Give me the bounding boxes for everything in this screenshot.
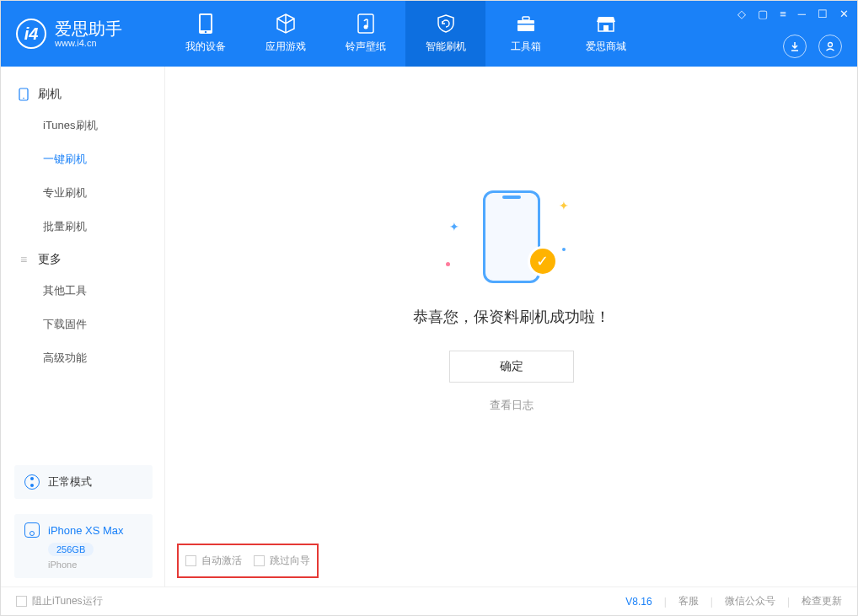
header: i4 爱思助手 www.i4.cn 我的设备 应用游戏 铃声壁纸 智能刷机 工具… [1,1,857,67]
feedback-icon[interactable]: ▢ [758,8,768,20]
menu-icon[interactable]: ≡ [780,8,786,20]
music-file-icon [355,13,377,34]
logo[interactable]: i4 爱思助手 www.i4.cn [1,19,165,49]
close-button[interactable]: ✕ [839,8,849,20]
footer: 阻止iTunes运行 V8.16 | 客服 | 微信公众号 | 检查更新 [1,587,857,615]
sidebar-item-itunes-flash[interactable]: iTunes刷机 [1,109,164,142]
mode-icon [24,474,40,490]
tshirt-icon[interactable]: ◇ [737,8,746,20]
sidebar: 刷机 iTunes刷机 一键刷机 专业刷机 批量刷机 ≡ 更多 其他工具 下载固… [1,67,165,587]
auto-activate-checkbox[interactable]: 自动激活 [185,554,242,568]
tab-flash[interactable]: 智能刷机 [405,1,485,67]
user-button[interactable] [818,35,842,58]
checkbox-icon [254,555,265,566]
sidebar-item-pro-flash[interactable]: 专业刷机 [1,176,164,210]
shield-refresh-icon [435,13,457,34]
svg-rect-3 [358,14,373,33]
device-card[interactable]: iPhone XS Max 256GB iPhone [14,514,153,578]
bottom-options-highlight: 自动激活 跳过向导 [177,544,319,578]
device-storage-badge: 256GB [48,543,94,556]
svg-rect-7 [517,24,534,25]
customer-service-link[interactable]: 客服 [678,594,699,608]
device-icon [195,13,217,34]
main-content: ✓ ✦ ✦ 恭喜您，保资料刷机成功啦！ 确定 查看日志 自动激活 跳过向导 [165,67,857,587]
sidebar-item-advanced[interactable]: 高级功能 [1,341,164,375]
svg-rect-5 [517,20,534,31]
list-icon: ≡ [18,254,29,265]
wechat-link[interactable]: 微信公众号 [725,594,775,608]
svg-rect-6 [523,17,529,20]
app-title: 爱思助手 [55,19,122,38]
mode-label: 正常模式 [48,474,92,490]
device-name: iPhone XS Max [48,524,124,537]
tab-ringtones[interactable]: 铃声壁纸 [325,1,405,67]
sidebar-group-flash: 刷机 [1,78,164,109]
success-illustration: ✓ ✦ ✦ [461,190,562,283]
check-icon: ✓ [528,246,558,276]
block-itunes-checkbox[interactable]: 阻止iTunes运行 [16,594,103,608]
store-icon [595,13,617,34]
sidebar-item-oneclick-flash[interactable]: 一键刷机 [1,142,164,176]
device-type: iPhone [48,560,142,570]
checkbox-icon [185,555,196,566]
main-tabs: 我的设备 应用游戏 铃声壁纸 智能刷机 工具箱 爱思商城 [165,1,646,67]
svg-point-12 [23,98,24,99]
tab-apps[interactable]: 应用游戏 [245,1,325,67]
mode-card[interactable]: 正常模式 [14,465,153,499]
phone-icon [18,88,29,100]
download-button[interactable] [783,35,807,58]
sidebar-item-download-firmware[interactable]: 下载固件 [1,308,164,341]
header-right-buttons [783,35,842,58]
confirm-button[interactable]: 确定 [449,351,574,383]
view-log-link[interactable]: 查看日志 [490,398,534,413]
success-message: 恭喜您，保资料刷机成功啦！ [413,307,610,327]
tab-my-device[interactable]: 我的设备 [165,1,245,67]
tab-store[interactable]: 爱思商城 [566,1,646,67]
version-label[interactable]: V8.16 [625,596,652,608]
svg-point-2 [204,31,206,33]
svg-point-10 [829,43,833,47]
tab-toolbox[interactable]: 工具箱 [485,1,566,67]
check-update-link[interactable]: 检查更新 [802,594,842,608]
sidebar-item-batch-flash[interactable]: 批量刷机 [1,210,164,244]
cube-icon [275,13,297,34]
app-subtitle: www.i4.cn [55,38,122,48]
device-phone-icon [24,522,40,538]
sidebar-group-more: ≡ 更多 [1,244,164,274]
titlebar-controls: ◇ ▢ ≡ ─ ☐ ✕ [737,8,849,20]
logo-icon: i4 [16,19,46,49]
toolbox-icon [515,13,537,34]
maximize-button[interactable]: ☐ [818,8,828,20]
minimize-button[interactable]: ─ [798,8,806,20]
sidebar-item-other-tools[interactable]: 其他工具 [1,274,164,308]
checkbox-icon [16,596,27,607]
svg-rect-1 [201,15,211,30]
svg-rect-9 [603,25,609,31]
svg-point-4 [363,25,367,29]
skip-guide-checkbox[interactable]: 跳过向导 [254,554,310,568]
